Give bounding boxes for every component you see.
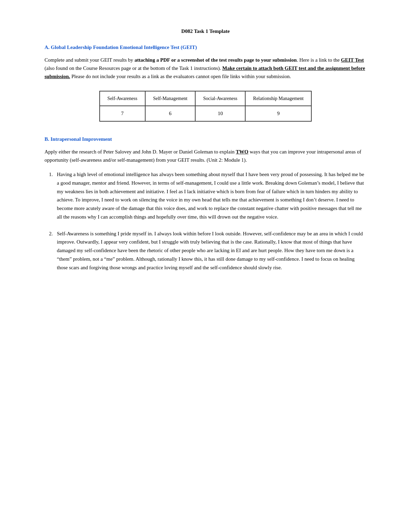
geit-table: Self-Awareness Self-Management Social-Aw…	[99, 91, 312, 122]
table-header-social-awareness: Social-Awareness	[195, 91, 245, 106]
table-value-self-awareness: 7	[100, 106, 145, 121]
table-header-self-awareness: Self-Awareness	[100, 91, 145, 106]
table-value-relationship-management: 9	[245, 106, 311, 121]
table-value-self-management: 6	[145, 106, 195, 121]
geit-test-link[interactable]: GEIT Test	[341, 57, 364, 63]
geit-table-wrapper: Self-Awareness Self-Management Social-Aw…	[45, 91, 366, 122]
page-title: D082 Task 1 Template	[45, 27, 366, 35]
intro-part3: (also found on the Course Resources page…	[45, 65, 222, 71]
list-item-2-text: Self-Awareness is something I pride myse…	[57, 231, 363, 270]
list-item: Having a high level of emotional intelli…	[54, 170, 366, 221]
section-b-intro-bold-underline: TWO	[236, 149, 249, 154]
section-b-intro: Apply either the research of Peter Salov…	[45, 148, 366, 164]
table-value-social-awareness: 10	[195, 106, 245, 121]
section-b-intro-part1: Apply either the research of Peter Salov…	[45, 149, 236, 154]
section-b: B. Intrapersonal Improvement Apply eithe…	[45, 135, 366, 272]
intro-part1: Complete and submit your GEIT results by	[45, 57, 135, 63]
section-a-heading: A. Global Leadership Foundation Emotiona…	[45, 44, 366, 51]
table-header-relationship-management: Relationship Management	[245, 91, 311, 106]
section-b-list: Having a high level of emotional intelli…	[45, 170, 366, 272]
intro-bold1: attaching a PDF or a screenshot of the t…	[135, 57, 297, 63]
table-header-self-management: Self-Management	[145, 91, 195, 106]
intro-part2: . Here is a link to the	[297, 57, 341, 63]
intro-paragraph: Complete and submit your GEIT results by…	[45, 56, 366, 81]
list-item: Self-Awareness is something I pride myse…	[54, 230, 366, 272]
intro-part4: Please do not include your results as a …	[70, 74, 291, 79]
list-item-1-text: Having a high level of emotional intelli…	[57, 172, 364, 220]
section-b-heading: B. Intrapersonal Improvement	[45, 135, 366, 143]
